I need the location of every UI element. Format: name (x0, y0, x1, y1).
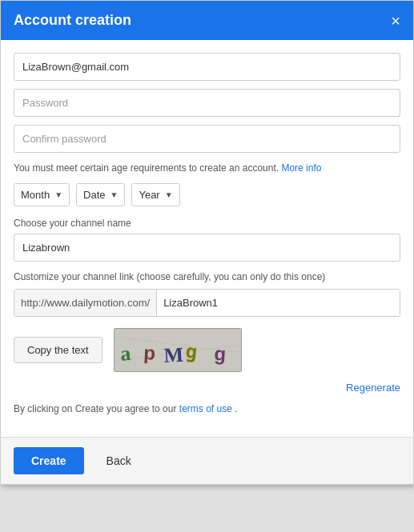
close-button[interactable]: × (391, 13, 400, 29)
terms-text: By clicking on Create you agree to our t… (14, 402, 400, 416)
email-field[interactable] (14, 53, 400, 81)
svg-text:g: g (184, 340, 198, 363)
regenerate-link[interactable]: Regenerate (346, 382, 400, 394)
year-chevron-icon: ▼ (165, 190, 173, 199)
dialog-footer: Create Back (1, 437, 413, 484)
date-row: Month ▼ Date ▼ Year ▼ (14, 183, 400, 206)
terms-of-use-link[interactable]: terms of use (179, 403, 232, 414)
password-field[interactable] (14, 89, 400, 117)
svg-text:a: a (119, 342, 131, 366)
year-select[interactable]: Year ▼ (131, 183, 179, 206)
month-select[interactable]: Month ▼ (14, 183, 70, 206)
more-info-link[interactable]: More info (281, 162, 321, 174)
age-requirement-text: You must meet certain age requirements t… (14, 161, 400, 175)
channel-name-field[interactable] (14, 234, 400, 262)
dialog-body: You must meet certain age requirements t… (1, 40, 413, 437)
channel-link-label: Customize your channel link (choose care… (14, 270, 400, 284)
channel-link-row: http://www.dailymotion.com/ (14, 289, 400, 317)
copy-text-button[interactable]: Copy the text (14, 337, 102, 363)
svg-text:g: g (213, 342, 227, 365)
captcha-row: Copy the text a p M g g (14, 328, 400, 372)
back-button[interactable]: Back (94, 447, 144, 474)
channel-link-input[interactable] (157, 290, 400, 316)
date-chevron-icon: ▼ (111, 190, 119, 199)
dialog-title: Account creation (14, 12, 131, 29)
month-chevron-icon: ▼ (54, 190, 62, 199)
svg-text:p: p (143, 342, 155, 364)
date-select[interactable]: Date ▼ (76, 183, 125, 206)
account-creation-dialog: Account creation × You must meet certain… (0, 0, 414, 485)
svg-text:M: M (163, 343, 183, 367)
regenerate-row: Regenerate (14, 382, 400, 394)
create-button[interactable]: Create (14, 447, 84, 474)
dialog-header: Account creation × (1, 1, 413, 40)
captcha-image: a p M g g (114, 328, 242, 372)
channel-link-prefix: http://www.dailymotion.com/ (14, 290, 157, 316)
confirm-password-field[interactable] (14, 125, 400, 153)
channel-name-label: Choose your channel name (14, 218, 400, 229)
